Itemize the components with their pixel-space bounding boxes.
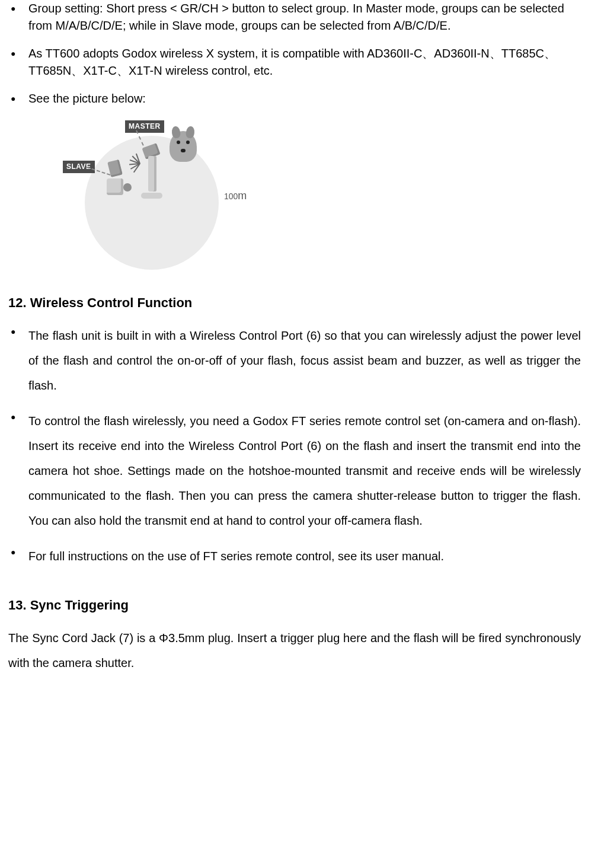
bullet-see-picture: See the picture below: bbox=[8, 90, 581, 107]
subject-dog-icon bbox=[170, 131, 197, 162]
range-distance-value: 100 bbox=[224, 192, 238, 201]
section13-body: The Sync Cord Jack (7) is a Φ3.5mm plug.… bbox=[8, 626, 581, 675]
slave-label: SLAVE bbox=[63, 161, 95, 173]
section12-bullets: The flash unit is built in with a Wirele… bbox=[8, 323, 581, 569]
bullet-group-setting: Group setting: Short press < GR/CH > but… bbox=[8, 0, 581, 34]
range-distance: 100m bbox=[224, 188, 247, 203]
master-label: MASTER bbox=[125, 120, 164, 133]
slave-camera-icon bbox=[101, 161, 133, 195]
bullet-wcp-builtin: The flash unit is built in with a Wirele… bbox=[8, 323, 581, 398]
bullet-ft-series-setup: To control the flash wirelessly, you nee… bbox=[8, 409, 581, 533]
range-distance-unit: m bbox=[238, 190, 247, 202]
section12-heading: 12. Wireless Control Function bbox=[8, 293, 581, 312]
section13-heading: 13. Sync Triggering bbox=[8, 596, 581, 615]
bullet-godox-compat: As TT600 adopts Godox wireless X system,… bbox=[8, 45, 581, 79]
wireless-range-diagram: MASTER SLAVE 100m bbox=[28, 118, 242, 272]
bullet-ft-manual: For full instructions on the use of FT s… bbox=[8, 544, 581, 569]
section11-bullets: Group setting: Short press < GR/CH > but… bbox=[8, 0, 581, 107]
